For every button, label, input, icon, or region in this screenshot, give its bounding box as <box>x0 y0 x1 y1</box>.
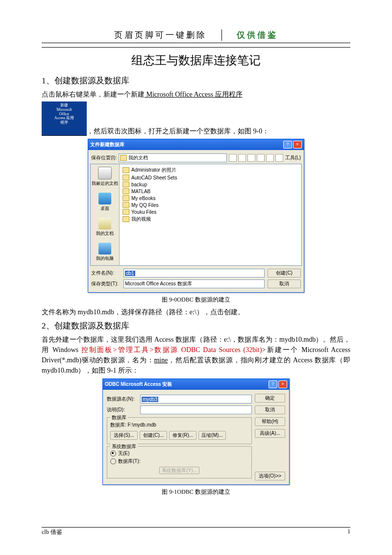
list-item[interactable]: backup <box>122 181 298 188</box>
place-recent[interactable]: 我最近的文档 <box>91 164 119 190</box>
folder-icon <box>122 195 129 201</box>
close-icon[interactable]: × <box>293 141 302 149</box>
footer-rule <box>42 527 350 528</box>
section1-p3: 文件名称为 mydb10.mdb，选择保存路径（路径：e:\），点击创建。 <box>42 307 350 317</box>
views-icon[interactable] <box>275 154 283 162</box>
advanced-button[interactable]: 高级(A)... <box>255 429 285 438</box>
desc-input[interactable] <box>140 405 252 414</box>
list-item[interactable]: 我的视频 <box>122 215 298 223</box>
filename-label: 文件名(N): <box>91 270 121 277</box>
save-location-label: 保存位置(I): <box>91 154 117 161</box>
section2-p1: 首先外建一个数据库，这里我们选用 Access 数据库（路径：e:\，数据库名为… <box>42 334 350 376</box>
newfolder-icon[interactable] <box>266 154 274 162</box>
header-rule <box>42 47 350 48</box>
file-list[interactable]: Administrator 的照片 AutoCAD Sheet Sets bac… <box>120 164 301 265</box>
folder-icon <box>122 202 129 208</box>
list-item[interactable]: AutoCAD Sheet Sets <box>122 174 298 181</box>
dialog2-titlebar[interactable]: ODBC Microsoft Access 安装 ? × <box>103 379 289 390</box>
file-new-db-dialog: 文件新建数据库 ? × 保存位置(I): 我的文档 <box>88 139 304 293</box>
s2-mine: mine <box>154 356 168 364</box>
section2-heading: 2、创建数据源及数据库 <box>42 320 350 331</box>
list-item[interactable]: Administrator 的照片 <box>122 166 298 174</box>
folder-icon <box>122 181 129 187</box>
figure-9-0-caption: 图 9-0ODBC 数据源的建立 <box>42 296 350 304</box>
select-button[interactable]: 选择(S)... <box>110 431 138 440</box>
page-number: 1 <box>347 528 350 536</box>
dsn-input[interactable]: mydb3 <box>140 395 252 404</box>
savetype-combo[interactable]: Microsoft Office Access 数据库 <box>123 279 265 288</box>
help-icon[interactable]: ? <box>269 380 277 388</box>
section1-after-icon: ，然后双击次图标，打开之后新建一个空数据库，如图 9-0： <box>87 127 269 136</box>
list-item[interactable]: MATLAB <box>122 188 298 195</box>
desc-label: 说明(D): <box>107 406 137 413</box>
odbc-access-setup-dialog: ODBC Microsoft Access 安装 ? × 数据源名(N): my… <box>102 378 290 485</box>
tools-menu[interactable]: 工具(L) <box>285 154 301 161</box>
place-computer[interactable]: 我的电脑 <box>91 240 119 265</box>
section1-heading: 1、创建数据源及数据库 <box>42 75 350 86</box>
save-location-combo[interactable]: 我的文档 <box>119 153 227 162</box>
page-footer: clb 借鉴 1 <box>42 528 350 536</box>
header-right: 仅供借鉴 <box>222 29 278 41</box>
db-legend: 数据库 <box>110 414 128 421</box>
icon-label-5: 程序 <box>42 121 87 125</box>
help-button[interactable]: 帮助(H) <box>255 417 285 426</box>
create-db-button[interactable]: 创建(C)... <box>140 431 167 440</box>
cancel-button[interactable]: 取消 <box>268 279 301 288</box>
sysdb-legend: 系统数据库 <box>110 443 138 450</box>
up-icon[interactable] <box>238 154 246 162</box>
p1-underline: Microsoft Office Access 应用程序 <box>145 91 243 98</box>
delete-icon[interactable] <box>257 154 265 162</box>
dialog1-title: 文件新建数据库 <box>90 141 124 148</box>
folder-icon <box>122 175 129 180</box>
db-path-label: 数据库: <box>110 422 126 428</box>
page-header: 页眉页脚可一键删除 仅供借鉴 <box>42 29 350 43</box>
folder-icon <box>122 209 129 215</box>
folder-icon <box>122 216 129 222</box>
back-icon[interactable] <box>229 154 237 162</box>
dsn-label: 数据源名(N): <box>107 396 137 403</box>
sysdb-button: 系统数据库(Y)... <box>159 467 199 474</box>
savetype-label: 保存类型(T): <box>91 280 121 287</box>
page-title: 组态王与数据库连接笔记 <box>42 52 350 68</box>
list-item[interactable]: My QQ Files <box>122 202 298 208</box>
close-icon[interactable]: × <box>278 380 287 388</box>
help-icon[interactable]: ? <box>283 141 292 149</box>
folder-icon <box>122 167 129 173</box>
sysdb-fieldset: 系统数据库 无(E) 数据库(T): 系统数据库(Y)... <box>107 446 252 479</box>
section1-p1: 点击鼠标右键菜单，新建一个新建 Microsoft Office Access … <box>42 89 350 100</box>
access-desktop-icon: 新建 Microsoft Office Access 应用 程序 <box>42 101 87 136</box>
radio-none[interactable]: 无(E) <box>110 450 248 457</box>
search-icon[interactable] <box>247 154 255 162</box>
dialog1-titlebar[interactable]: 文件新建数据库 ? × <box>88 139 304 150</box>
compress-button[interactable]: 压缩(M)... <box>198 431 226 440</box>
radio-db[interactable]: 数据库(T): <box>110 457 248 465</box>
places-bar: 我最近的文档 桌面 我的文档 我的电脑 <box>91 164 120 265</box>
place-desktop[interactable]: 桌面 <box>91 190 119 215</box>
list-item[interactable]: My eBooks <box>122 195 298 202</box>
figure-9-1-caption: 图 9-1ODBC 数据源的建立 <box>42 488 350 496</box>
folder-icon <box>120 155 127 161</box>
repair-button[interactable]: 修复(R)... <box>169 431 196 440</box>
dialog2-title: ODBC Microsoft Access 安装 <box>105 381 172 388</box>
options-button[interactable]: 选项(O)>> <box>255 472 285 480</box>
ok-button[interactable]: 确定 <box>255 394 285 403</box>
footer-left: clb 借鉴 <box>42 528 62 536</box>
db-path: F:\mydb.mdb <box>128 422 156 428</box>
create-button[interactable]: 创建(C) <box>268 269 301 278</box>
db-fieldset: 数据库 数据库: F:\mydb.mdb 选择(S)... 创建(C)... 修… <box>107 417 252 444</box>
place-docs[interactable]: 我的文档 <box>91 215 119 240</box>
header-left: 页眉页脚可一键删除 <box>114 29 222 41</box>
s2p1-red: 控制面板>管理工具>数据源 ODBC Data Sources (32bit) <box>81 346 262 353</box>
p1-lead: 点击鼠标右键菜单，新建一个新建 <box>42 91 145 98</box>
filename-input[interactable]: db1 <box>123 269 265 278</box>
list-item[interactable]: Youku Files <box>122 208 298 215</box>
cancel-button[interactable]: 取消 <box>255 405 285 414</box>
save-location-value: 我的文档 <box>128 154 148 161</box>
folder-icon <box>122 188 129 194</box>
